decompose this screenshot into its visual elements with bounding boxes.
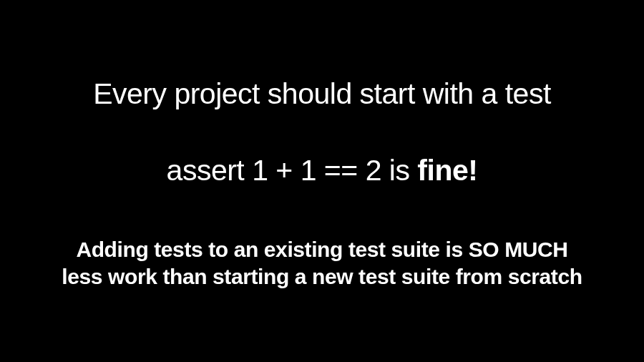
supporting-text: Adding tests to an existing test suite i… (62, 236, 582, 291)
assertion-text: assert 1 + 1 == 2 is fine! (167, 154, 478, 187)
assertion-prefix: assert 1 + 1 == 2 is (167, 154, 418, 187)
supporting-line-2: less work than starting a new test suite… (62, 263, 582, 290)
headline-text: Every project should start with a test (93, 77, 551, 111)
presentation-slide: Every project should start with a test a… (0, 0, 644, 362)
supporting-line-1: Adding tests to an existing test suite i… (62, 236, 582, 263)
assertion-emphasis: fine! (417, 154, 477, 187)
